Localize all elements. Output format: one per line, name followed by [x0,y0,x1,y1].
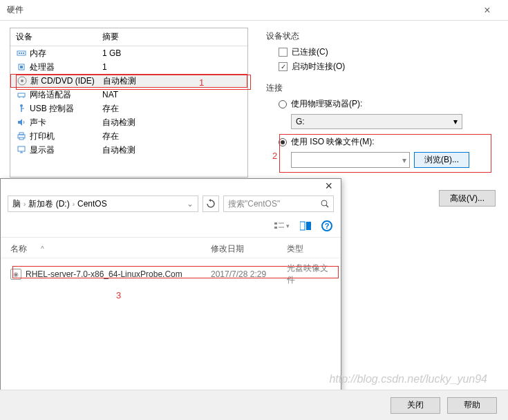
device-label: 处理器 [30,61,102,73]
watermark: http://blog.csdn.net/lucky_yun94 [329,373,487,385]
file-name: RHEL-server-7.0-x86_64-LinuxProbe.Com [26,269,211,279]
chevron-down-icon[interactable]: ⌄ [187,199,194,209]
window-title: 硬件 [7,4,473,16]
device-row-network[interactable]: 网络适配器 NAT [10,88,247,102]
search-placeholder: 搜索"CentOS" [228,198,280,210]
connected-label: 已连接(C) [292,46,328,58]
svg-rect-16 [19,137,23,140]
help-button[interactable]: 帮助 [447,397,497,414]
file-browser-nav: 脑 › 新加卷 (D:) › CentOS ⌄ 搜索"CentOS" [1,190,341,215]
browse-button[interactable]: 浏览(B)... [414,152,469,168]
device-row-display[interactable]: 显示器 自动检测 [10,143,247,157]
device-list-panel: 设备 摘要 内存 1 GB 处理器 1 新 CD/DVD (IDE) 自动检测 … [10,28,248,178]
file-browser-dialog: × 脑 › 新加卷 (D:) › CentOS ⌄ 搜索"CentOS" ▾ [0,178,341,392]
device-label: 内存 [30,48,102,59]
title-bar: 硬件 × [0,0,508,21]
close-icon[interactable]: × [473,4,501,17]
view-options-button[interactable]: ▾ [274,219,290,233]
search-input[interactable]: 搜索"CentOS" [223,195,334,212]
chevron-down-icon: ▾ [453,117,458,126]
path-segment[interactable]: CentOS [77,199,107,209]
advanced-button[interactable]: 高级(V)... [439,190,496,207]
dialog-buttons: 关闭 帮助 [0,390,508,420]
device-label: 打印机 [30,131,102,142]
status-group-label: 设备状态 [266,30,494,42]
chevron-right-icon: › [73,200,75,208]
iso-file-icon: ◉ [10,269,21,280]
svg-rect-3 [23,52,24,54]
device-label: USB 控制器 [30,103,102,115]
close-button[interactable]: 关闭 [391,397,440,414]
chevron-right-icon: › [23,200,26,208]
path-segment[interactable]: 新加卷 (D:) [28,198,69,210]
settings-panel: 设备状态 已连接(C) 启动时连接(O) 连接 使用物理驱动器(P): G: ▾ [262,28,498,178]
device-summary: NAT [102,90,242,99]
svg-rect-2 [21,52,22,54]
chevron-down-icon: ▾ [402,155,406,165]
printer-icon [16,131,27,142]
header-device: 设备 [16,31,102,43]
radio-checked-icon [279,138,287,146]
device-label: 网络适配器 [30,89,102,101]
device-summary: 自动检测 [102,144,242,156]
svg-rect-5 [20,66,23,68]
radio-icon [279,100,287,108]
svg-rect-22 [274,222,277,225]
device-summary: 自动检测 [103,75,241,87]
device-summary: 存在 [102,103,242,115]
iso-label: 使用 ISO 映像文件(M): [291,136,375,148]
cd-icon [17,75,28,86]
device-row-memory[interactable]: 内存 1 GB [10,46,247,60]
sort-indicator-icon: ^ [41,245,44,253]
device-row-sound[interactable]: 声卡 自动检测 [10,115,247,129]
device-label: 新 CD/DVD (IDE) [30,75,103,87]
physical-drive-label: 使用物理驱动器(P): [291,98,362,110]
close-icon[interactable]: × [319,176,338,196]
file-list-header: 名称 ^ 修改日期 类型 [1,238,341,258]
svg-line-21 [326,205,328,207]
file-browser-toolbar: ▾ ? [1,215,341,238]
svg-rect-1 [19,52,20,54]
column-header-type[interactable]: 类型 [287,243,331,255]
device-row-cd[interactable]: 新 CD/DVD (IDE) 自动检测 [10,74,247,88]
device-label: 显示器 [30,144,102,156]
search-icon [321,200,329,208]
help-icon[interactable]: ? [321,220,332,231]
callout-1: 1 [199,77,204,88]
checkbox-checked-icon [279,62,288,71]
drive-select[interactable]: G: ▾ [291,114,462,129]
memory-icon [16,48,27,59]
autostart-label: 启动时连接(O) [292,61,345,73]
refresh-icon [206,199,216,209]
svg-rect-26 [300,222,305,230]
device-row-cpu[interactable]: 处理器 1 [10,60,247,74]
column-header-date[interactable]: 修改日期 [211,243,287,255]
device-list-header: 设备 摘要 [10,28,247,46]
file-row[interactable]: ◉ RHEL-server-7.0-x86_64-LinuxProbe.Com … [1,258,341,290]
preview-pane-button[interactable] [298,219,313,233]
device-summary: 1 [102,62,242,72]
device-summary: 1 GB [102,48,242,58]
refresh-button[interactable] [203,195,219,212]
svg-rect-15 [19,133,23,135]
physical-drive-radio[interactable]: 使用物理驱动器(P): [279,98,494,110]
path-segment[interactable]: 脑 [12,198,21,210]
device-row-printer[interactable]: 打印机 存在 [10,129,247,143]
cpu-icon [16,61,27,73]
autostart-checkbox-row[interactable]: 启动时连接(O) [279,61,494,73]
device-row-usb[interactable]: USB 控制器 存在 [10,102,247,115]
drive-value: G: [296,117,305,126]
column-header-name[interactable]: 名称 ^ [10,243,211,255]
display-icon [16,144,27,155]
svg-rect-23 [274,227,277,229]
iso-radio[interactable]: 使用 ISO 映像文件(M): [279,136,494,148]
header-summary: 摘要 [102,31,242,43]
callout-3: 3 [116,290,121,300]
iso-path-input[interactable]: ▾ [291,152,410,168]
connected-checkbox-row[interactable]: 已连接(C) [279,46,494,58]
svg-point-11 [20,104,23,107]
device-summary: 自动检测 [102,117,242,128]
callout-2: 2 [272,151,277,161]
breadcrumb[interactable]: 脑 › 新加卷 (D:) › CentOS ⌄ [8,195,198,212]
svg-point-20 [321,200,327,206]
